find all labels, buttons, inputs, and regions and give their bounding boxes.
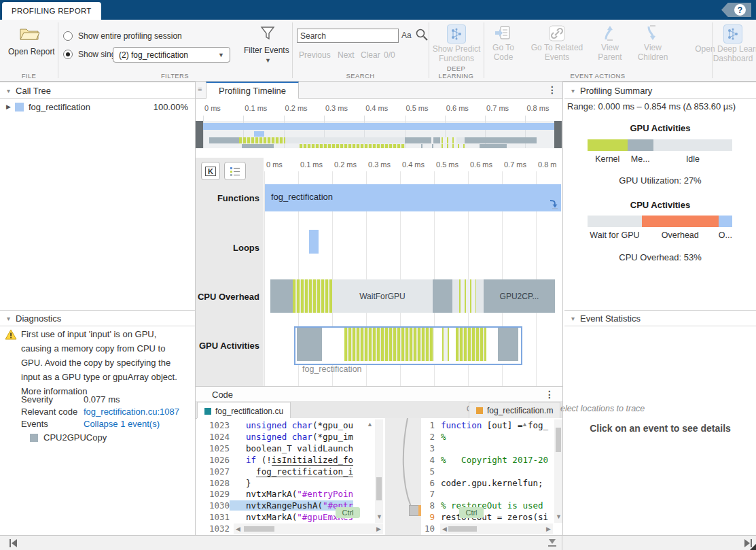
- match-case-button[interactable]: Aa: [401, 31, 412, 40]
- cpu-overhead-event-segment[interactable]: [452, 279, 459, 313]
- code-line[interactable]: 1029 nvtxMarkA("#entryPoin: [197, 488, 353, 500]
- collapse-left-icon[interactable]: [9, 538, 18, 548]
- search-input[interactable]: [297, 29, 399, 43]
- cu-vertical-scrollbar[interactable]: ▼: [375, 419, 383, 523]
- code-line[interactable]: 1024 unsigned char(*gpu_im: [197, 431, 353, 443]
- code-line[interactable]: 5: [421, 466, 441, 477]
- code-line[interactable]: 1032: [197, 523, 236, 534]
- run-select-dropdown[interactable]: (2) fog_rectification ▼: [113, 47, 230, 63]
- kernel-markers-button[interactable]: K: [201, 162, 220, 180]
- search-previous-button[interactable]: Previous: [299, 50, 331, 60]
- scroll-right-icon[interactable]: ▶: [546, 526, 551, 532]
- code-line[interactable]: 7: [421, 488, 441, 500]
- tab-profiling-report[interactable]: PROFILING REPORT: [2, 2, 101, 20]
- gpu-activity-segment[interactable]: [456, 328, 486, 361]
- filter-events-button[interactable]: Filter Events: [244, 46, 289, 55]
- scroll-left-icon[interactable]: ◀: [236, 526, 240, 532]
- collapse-down-icon[interactable]: [547, 539, 557, 547]
- m-vertical-scrollbar[interactable]: ▼: [554, 419, 562, 523]
- gpu-activity-segment[interactable]: [297, 328, 322, 361]
- cpu-overhead-event-segment[interactable]: [433, 279, 452, 313]
- code-line[interactable]: 1025 boolean_T validLaunch: [197, 443, 353, 454]
- event-item-cpu2gpucopy[interactable]: CPU2GPUCopy: [30, 432, 179, 443]
- profiling-summary-header[interactable]: ▾ Profiling Summary: [564, 83, 756, 99]
- cu-horizontal-scrollbar[interactable]: ◀ ▶: [234, 523, 383, 534]
- functions-event-bar[interactable]: fog_rectification: [265, 184, 561, 211]
- collapse-arrow-icon[interactable]: ▾: [7, 87, 10, 94]
- event-statistics-header[interactable]: ▾ Event Statistics: [564, 310, 756, 326]
- call-tree-row-fog-rectification[interactable]: ▶ fog_rectification 100.00%: [0, 100, 194, 114]
- gpu-activity-segment[interactable]: [442, 328, 449, 361]
- go-to-related-events-button[interactable]: Go To Related Events: [528, 24, 586, 63]
- code-line[interactable]: 1030 nvtxRangePushA("#entr: [197, 500, 353, 511]
- radio-single-run-circle[interactable]: [63, 50, 73, 59]
- open-deep-learning-dashboard-button[interactable]: Open Deep Learning Dashboard: [679, 24, 756, 64]
- code-line[interactable]: 6coder.gpu.kernelfun;: [421, 477, 543, 489]
- code-line[interactable]: 9restoreOut = zeros(si: [421, 511, 548, 523]
- radio-entire-session[interactable]: Show entire profiling session: [63, 31, 182, 41]
- code-line[interactable]: 1028 }: [197, 477, 251, 489]
- timeline-menu-icon[interactable]: ⋮: [547, 84, 557, 95]
- overview-left-handle[interactable]: [196, 121, 203, 148]
- cpu-overhead-event-segment[interactable]: WaitForGPU: [332, 279, 433, 313]
- view-parent-button[interactable]: View Parent: [594, 24, 626, 63]
- expand-arrow-icon[interactable]: ▶: [6, 103, 11, 110]
- splitter[interactable]: [562, 82, 563, 535]
- code-line[interactable]: 1function [out] = fog_: [421, 419, 548, 431]
- code-line[interactable]: 1031 nvtxMarkA("#gpuEmxRes: [197, 511, 353, 523]
- loops-event-bar[interactable]: [309, 230, 319, 254]
- overview-right-handle[interactable]: [554, 121, 562, 148]
- code-line[interactable]: 1027 fog_rectification_i: [197, 466, 353, 477]
- search-icon[interactable]: [415, 28, 429, 44]
- code-menu-icon[interactable]: ⋮: [545, 389, 554, 400]
- call-tree-header[interactable]: ▾ Call Tree: [0, 83, 195, 99]
- gpu-activity-segment[interactable]: [498, 328, 518, 361]
- collapse-arrow-icon[interactable]: ▾: [7, 315, 10, 322]
- scroll-up-icon[interactable]: ▲: [367, 421, 373, 428]
- scrollbar-thumb[interactable]: [448, 526, 477, 532]
- open-report-button[interactable]: Open Report: [8, 47, 55, 56]
- cpu-overhead-event-segment[interactable]: [459, 279, 476, 313]
- trace-marker-handle[interactable]: [409, 505, 419, 516]
- view-children-button[interactable]: View Children: [634, 24, 671, 63]
- code-line[interactable]: 10: [421, 523, 441, 534]
- code-line[interactable]: 1023 unsigned char(*gpu_ou: [197, 419, 353, 431]
- panel-handle-icon[interactable]: ≡: [198, 85, 202, 93]
- go-to-code-button[interactable]: Go To Code: [486, 24, 520, 63]
- relevant-code-link[interactable]: fog_rectification.cu:1087: [84, 406, 179, 418]
- diagnostics-header[interactable]: ▾ Diagnostics: [0, 310, 195, 326]
- code-line[interactable]: 4% Copyright 2017-20: [421, 454, 548, 466]
- scroll-down-icon[interactable]: ▼: [376, 513, 382, 520]
- help-button[interactable]: ?: [721, 3, 751, 17]
- code-line[interactable]: 3: [421, 443, 441, 454]
- cpu-overhead-event-segment[interactable]: [476, 279, 484, 313]
- cpu-overhead-event-segment[interactable]: [270, 279, 293, 313]
- scrollbar-thumb[interactable]: [244, 526, 274, 532]
- resize-grip[interactable]: [750, 544, 756, 550]
- gpu-activity-segment[interactable]: [344, 328, 434, 361]
- scroll-right-icon[interactable]: ▶: [376, 526, 381, 532]
- scroll-down-icon[interactable]: ▼: [556, 513, 562, 520]
- tab-fog-rectification-m[interactable]: fog_rectification.m: [469, 402, 560, 419]
- m-horizontal-scrollbar[interactable]: ◀ ▶: [440, 523, 553, 534]
- goto-event-icon[interactable]: [548, 199, 558, 209]
- cpu-overhead-event-segment[interactable]: GPU2CP...: [484, 279, 555, 313]
- legend-button[interactable]: [224, 162, 246, 180]
- scroll-left-icon[interactable]: ◀: [442, 526, 447, 532]
- scrollbar-thumb[interactable]: [376, 477, 382, 500]
- search-clear-button[interactable]: Clear: [361, 50, 380, 60]
- gpu-activities-event-box[interactable]: [294, 326, 522, 365]
- search-next-button[interactable]: Next: [338, 50, 355, 60]
- collapse-arrow-icon[interactable]: ▾: [571, 315, 575, 322]
- scroll-up-icon[interactable]: ▲: [522, 421, 528, 428]
- collapse-events-link[interactable]: Collapse 1 event(s): [84, 418, 160, 430]
- code-line[interactable]: 1026 if (!isInitialized_fo: [197, 454, 353, 466]
- show-predict-functions-button[interactable]: Show Predict Functions: [431, 24, 482, 64]
- radio-entire-session-circle[interactable]: [63, 31, 73, 41]
- code-line[interactable]: 2%: [421, 431, 446, 443]
- tab-profiling-timeline[interactable]: Profiling Timeline: [206, 82, 299, 99]
- scrollbar-thumb[interactable]: [556, 428, 561, 452]
- collapse-arrow-icon[interactable]: ▾: [571, 87, 575, 94]
- tab-fog-rectification-cu[interactable]: fog_rectification.cu: [197, 402, 291, 419]
- m-code-pane[interactable]: 1function [out] = fog_2%34% Copyright 20…: [421, 418, 562, 535]
